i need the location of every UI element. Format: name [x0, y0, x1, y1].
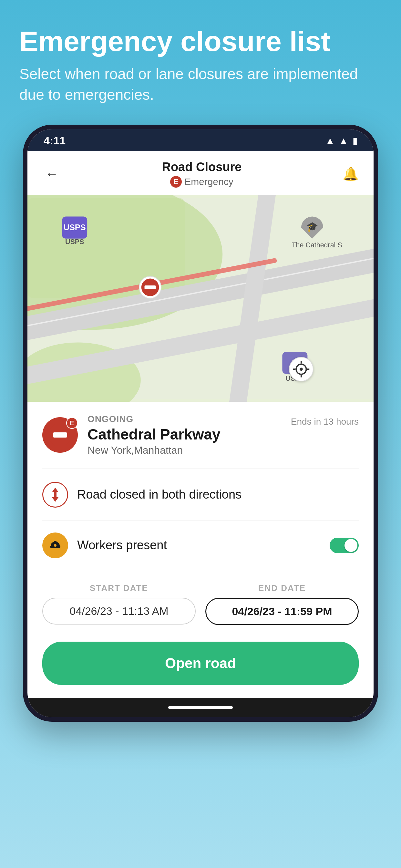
direction-row: Road closed in both directions	[27, 469, 374, 521]
svg-point-22	[300, 368, 303, 371]
workers-row: Workers present	[27, 521, 374, 570]
svg-marker-31	[52, 497, 58, 502]
page-header: Emergency closure list Select when road …	[19, 26, 382, 105]
closure-details: ONGOING Cathedral Parkway New York,Manha…	[88, 414, 281, 456]
header-badge: E Emergency	[170, 176, 234, 188]
back-button[interactable]: ←	[42, 163, 61, 184]
closure-info: E ONGOING Cathedral Parkway New York,Man…	[27, 402, 374, 469]
emergency-badge-small: E	[66, 417, 78, 429]
svg-point-36	[54, 544, 57, 547]
workers-text: Workers present	[77, 538, 320, 552]
signal-icon: ▲	[339, 135, 348, 146]
toggle-knob	[344, 539, 358, 552]
direction-arrows	[46, 486, 64, 504]
wifi-icon: ▲	[326, 135, 335, 146]
app-header: ← Road Closure E Emergency 🔔	[27, 151, 374, 195]
home-indicator	[27, 698, 374, 717]
end-date-value[interactable]: 04/26/23 - 11:59 PM	[205, 598, 359, 625]
svg-text:USPS: USPS	[64, 223, 86, 232]
direction-text: Road closed in both directions	[77, 488, 242, 501]
phone-frame: 4:11 ▲ ▲ ▮ ← Road Closure E Emergency 🔔	[23, 125, 378, 722]
svg-rect-11	[145, 285, 156, 289]
workers-toggle[interactable]	[330, 538, 359, 553]
badge-text: Emergency	[184, 176, 234, 187]
header-center: Road Closure E Emergency	[162, 160, 242, 188]
emergency-badge: E	[170, 176, 182, 188]
svg-text:The Cathedral S: The Cathedral S	[292, 241, 342, 249]
home-bar	[168, 706, 233, 709]
start-date-label: START DATE	[90, 583, 148, 593]
open-road-button[interactable]: Open road	[42, 642, 359, 685]
map-svg: USPS USPS 🎓 The Cathedral S ✉ USPS	[27, 195, 374, 402]
closure-location: New York,Manhattan	[88, 444, 281, 456]
workers-icon	[42, 532, 68, 558]
bell-button[interactable]: 🔔	[343, 166, 359, 182]
ends-label: Ends in 13 hours	[291, 414, 359, 427]
page-title: Emergency closure list	[19, 26, 382, 57]
map-area[interactable]: USPS USPS 🎓 The Cathedral S ✉ USPS	[27, 195, 374, 402]
svg-rect-28	[53, 432, 67, 438]
status-bar: 4:11 ▲ ▲ ▮	[27, 129, 374, 151]
closure-name: Cathedral Parkway	[88, 426, 281, 443]
closure-icon-large: E	[42, 417, 78, 453]
battery-icon: ▮	[352, 135, 358, 146]
phone-inner: 4:11 ▲ ▲ ▮ ← Road Closure E Emergency 🔔	[27, 129, 374, 717]
page-subtitle: Select when road or lane closures are im…	[19, 64, 382, 105]
end-date-col: END DATE 04/26/23 - 11:59 PM	[205, 583, 359, 625]
end-date-label: END DATE	[258, 583, 306, 593]
status-time: 4:11	[43, 134, 66, 147]
ongoing-label: ONGOING	[88, 414, 281, 424]
svg-rect-32	[54, 494, 57, 497]
divider-4	[42, 635, 359, 635]
direction-icon	[42, 482, 68, 507]
dates-section: START DATE 04/26/23 - 11:13 AM END DATE …	[27, 570, 374, 635]
svg-text:🎓: 🎓	[306, 221, 318, 232]
svg-text:USPS: USPS	[65, 238, 84, 246]
header-title: Road Closure	[162, 160, 242, 174]
status-icons: ▲ ▲ ▮	[326, 135, 358, 146]
svg-rect-35	[54, 541, 57, 544]
start-date-value[interactable]: 04/26/23 - 11:13 AM	[42, 598, 196, 624]
start-date-col: START DATE 04/26/23 - 11:13 AM	[42, 583, 196, 624]
svg-marker-29	[52, 488, 58, 492]
dates-row: START DATE 04/26/23 - 11:13 AM END DATE …	[42, 583, 359, 625]
